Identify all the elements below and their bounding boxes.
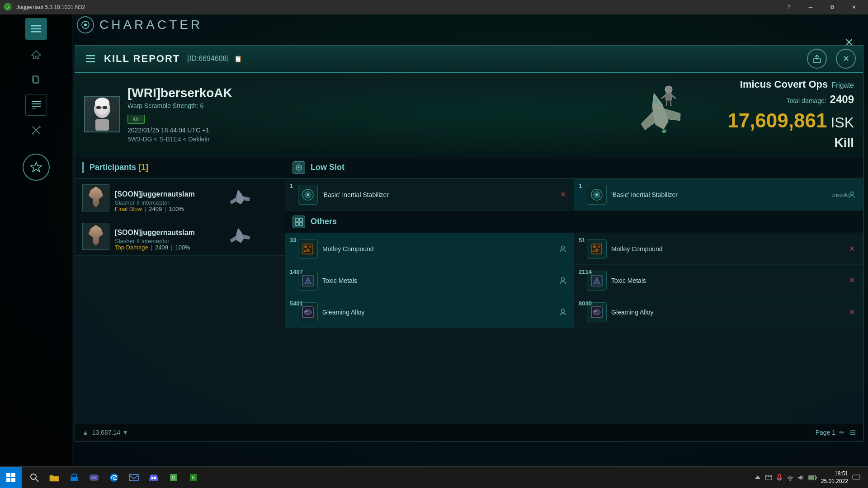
item-person-button[interactable] xyxy=(557,307,568,318)
kr-copy-icon[interactable]: 📋 xyxy=(234,55,242,62)
item-name-2: 'Basic' Inertial Stabilizer xyxy=(611,191,842,198)
svg-point-77 xyxy=(594,310,597,312)
taskbar-file-explorer[interactable] xyxy=(45,469,63,487)
item-name: Motley Compound xyxy=(611,245,842,253)
app-icon: J xyxy=(4,3,13,12)
item-remove-button[interactable]: ✕ xyxy=(846,275,857,286)
sidebar-menu-button[interactable] xyxy=(25,18,47,40)
svg-text:J: J xyxy=(7,5,9,9)
others-col1-item-1[interactable]: 33 Motley Compound xyxy=(285,233,574,265)
item-remove-button[interactable]: ✕ xyxy=(846,307,857,318)
others-row-2: 1407 Toxic Metals xyxy=(285,265,863,296)
tray-volume-icon xyxy=(797,474,805,481)
start-button[interactable] xyxy=(0,467,22,488)
svg-point-60 xyxy=(561,246,565,249)
character-emblem xyxy=(77,16,94,33)
qty: 5401 xyxy=(290,300,303,307)
participant-item[interactable]: [SOON]juggernautslam Slasher II Intercep… xyxy=(75,179,285,217)
svg-line-83 xyxy=(36,479,38,482)
kill-badge: Kill xyxy=(127,115,145,124)
minimize-button[interactable]: ─ xyxy=(800,0,821,14)
low-slot-item-2[interactable]: 1 'Basic' Inertial Stabilizer xyxy=(574,179,863,211)
sidebar-lines-icon[interactable] xyxy=(25,94,47,116)
svg-point-50 xyxy=(850,192,854,195)
restore-button[interactable]: ⧉ xyxy=(822,0,843,14)
svg-text:G: G xyxy=(172,475,175,480)
participants-bar-accent xyxy=(82,162,84,173)
svg-rect-31 xyxy=(95,119,109,131)
sidebar-copy-icon[interactable] xyxy=(25,69,47,90)
svg-rect-2 xyxy=(31,25,41,27)
others-col2-item-1[interactable]: 51 Motley Compound ✕ xyxy=(574,233,863,265)
svg-rect-4 xyxy=(31,31,41,33)
svg-rect-101 xyxy=(778,474,781,479)
ship-name: Imicus Covert Ops xyxy=(740,79,828,90)
others-col2-item-3[interactable]: 8030 Gleaming Alloy ✕ xyxy=(574,296,863,328)
sidebar-swords-icon[interactable] xyxy=(25,119,47,141)
low-slot-icon xyxy=(292,161,305,174)
kr-export-button[interactable] xyxy=(807,49,827,69)
panel-close-top-button[interactable]: ✕ xyxy=(839,33,859,52)
kill-report-header: KILL REPORT [ID:6694608] 📋 ✕ xyxy=(75,46,863,73)
taskbar-mail[interactable] xyxy=(125,469,143,487)
svg-rect-54 xyxy=(299,222,302,225)
taskbar-edge[interactable] xyxy=(105,469,123,487)
tray-arrow-up-icon xyxy=(754,474,761,481)
svg-rect-80 xyxy=(6,478,10,482)
item-remove-button[interactable]: ✕ xyxy=(557,189,568,200)
sidebar-home-icon[interactable] xyxy=(25,43,47,65)
victim-location: 5W3-DG < S-B1E4 < Deklein xyxy=(127,136,232,143)
svg-rect-21 xyxy=(86,61,95,62)
participant-ship-img-2 xyxy=(222,224,258,249)
svg-rect-108 xyxy=(853,475,860,479)
participant-item[interactable]: [SOON]juggernautslam Slasher II Intercep… xyxy=(75,217,285,256)
taskbar-green-icon[interactable]: G xyxy=(165,469,183,487)
svg-rect-51 xyxy=(295,218,298,221)
svg-point-46 xyxy=(307,193,309,196)
taskbar-discord[interactable] xyxy=(145,469,163,487)
svg-rect-70 xyxy=(595,281,599,284)
participants-title: Participants [1] xyxy=(90,163,148,172)
participants-header: Participants [1] xyxy=(75,156,285,179)
sidebar-star-icon[interactable] xyxy=(23,154,50,181)
item-qty: 1 xyxy=(290,183,293,189)
taskbar-search[interactable] xyxy=(25,469,43,487)
svg-line-42 xyxy=(670,100,671,106)
ship-svg xyxy=(619,83,700,146)
footer-page: Page 1 xyxy=(816,429,835,436)
total-damage-value: 2409 xyxy=(830,93,854,106)
footer-filter-button[interactable]: ⊟ xyxy=(850,428,856,436)
participant-avatar xyxy=(82,184,109,211)
svg-rect-85 xyxy=(90,475,98,480)
taskbar-store[interactable] xyxy=(65,469,83,487)
motley-compound-icon-2 xyxy=(587,239,607,259)
participant-damage-2: 2409 xyxy=(155,244,168,251)
taskbar-icons: G K xyxy=(22,469,747,487)
participant-damage: 2409 xyxy=(149,206,162,212)
app-area: CHARACTER ✕ KILL REPORT [ID:6694608] 📋 xyxy=(0,14,868,466)
low-slot-item-1[interactable]: 1 'Basic' Inertial Stabilizer ✕ xyxy=(285,179,574,211)
svg-rect-3 xyxy=(31,28,41,30)
others-col2-item-2[interactable]: 2114 Toxic Metals ✕ xyxy=(574,265,863,296)
taskbar-time: 18:51 25.01.2022 xyxy=(821,470,848,485)
victim-warp: Warp Scramble Strength: 6 xyxy=(127,102,232,109)
svg-point-59 xyxy=(304,250,306,252)
others-col1-item-3[interactable]: 5401 Gleaming Alloy xyxy=(285,296,574,328)
svg-rect-99 xyxy=(768,476,769,477)
svg-point-87 xyxy=(94,477,96,479)
taskbar-green-icon-2[interactable]: K xyxy=(184,469,203,487)
svg-marker-5 xyxy=(32,51,41,59)
participants-panel: Participants [1] [SOON]juggernautslam Sl… xyxy=(75,156,285,423)
item-person-button[interactable] xyxy=(557,275,568,286)
victim-date: 2022/01/25 18:44:04 UTC +1 xyxy=(127,127,232,134)
kr-menu-button[interactable] xyxy=(82,51,99,67)
taskbar-game[interactable] xyxy=(85,469,103,487)
help-button[interactable]: ? xyxy=(778,0,799,14)
item-person-button[interactable] xyxy=(557,244,568,254)
close-button[interactable]: ✕ xyxy=(844,0,864,14)
others-row-1: 33 Motley Compound xyxy=(285,233,863,265)
others-col1-item-2[interactable]: 1407 Toxic Metals xyxy=(285,265,574,296)
footer-edit-button[interactable]: ✏ xyxy=(839,429,844,436)
item-name: Motley Compound xyxy=(322,245,553,253)
item-remove-button[interactable]: ✕ xyxy=(846,244,857,254)
